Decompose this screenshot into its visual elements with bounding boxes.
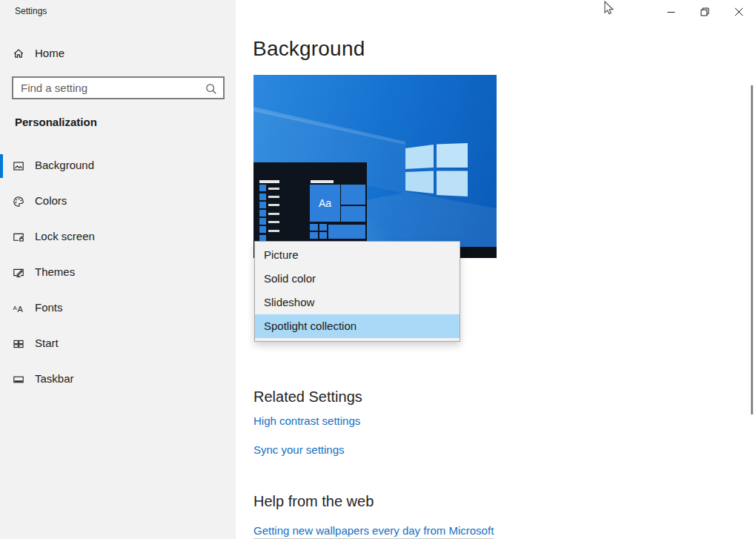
taskbar-icon (13, 374, 24, 386)
related-settings-heading: Related Settings (253, 388, 362, 406)
svg-text:A: A (18, 305, 24, 314)
sidebar-section-label: Personalization (15, 116, 97, 128)
aa-tile: Aa (310, 185, 340, 222)
search-input[interactable] (13, 78, 223, 98)
search-icon (205, 82, 218, 96)
picture-icon (13, 160, 24, 172)
hamburger-bar (259, 180, 279, 183)
background-preview: Aa (253, 75, 497, 258)
sidebar-item-label: Fonts (35, 301, 63, 314)
minimize-button[interactable] (654, 0, 688, 24)
sidebar-item-label: Themes (35, 265, 75, 278)
sidebar-item-themes[interactable]: Themes (0, 255, 236, 291)
sidebar-item-label: Colors (35, 194, 67, 207)
app-title: Settings (15, 6, 47, 16)
sidebar-item-colors[interactable]: Colors (0, 184, 236, 219)
sidebar-item-background[interactable]: Background (0, 148, 236, 184)
sidebar-nav: Background Colors (0, 148, 236, 397)
themes-icon (13, 267, 24, 279)
high-contrast-settings-link[interactable]: High contrast settings (253, 414, 360, 427)
vertical-scrollbar[interactable] (751, 85, 753, 414)
home-icon (13, 47, 24, 59)
sidebar-item-label: Background (35, 159, 94, 171)
sidebar-item-label: Taskbar (35, 372, 74, 385)
fonts-icon: A A (13, 302, 24, 314)
sync-your-settings-link[interactable]: Sync your settings (253, 443, 345, 456)
background-type-dropdown: Picture Solid color Slideshow Spotlight … (254, 241, 460, 342)
restore-button[interactable] (688, 0, 722, 24)
window-controls (654, 0, 756, 24)
sidebar: Settings Home Personalization (0, 0, 236, 539)
lock-screen-icon (13, 231, 24, 243)
mouse-cursor (604, 1, 619, 17)
help-from-web-heading: Help from the web (253, 493, 374, 510)
palette-icon (13, 196, 24, 208)
sidebar-item-home[interactable]: Home (0, 42, 236, 67)
sidebar-item-taskbar[interactable]: Taskbar (0, 362, 236, 397)
close-button[interactable] (722, 0, 756, 24)
dropdown-option-slideshow[interactable]: Slideshow (255, 291, 460, 314)
dropdown-option-solid-color[interactable]: Solid color (255, 267, 460, 291)
sidebar-item-start[interactable]: Start (0, 326, 236, 362)
start-icon (13, 338, 24, 350)
selected-accent-bar (0, 154, 3, 178)
tiles-header-bar (311, 180, 334, 183)
dropdown-option-picture[interactable]: Picture (255, 243, 460, 267)
sidebar-item-lock-screen[interactable]: Lock screen (0, 219, 236, 255)
windows-logo (405, 143, 468, 197)
getting-new-wallpapers-link[interactable]: Getting new wallpapers every day from Mi… (253, 524, 494, 539)
page-title: Background (253, 37, 365, 61)
settings-window: Settings Home Personalization (0, 0, 756, 539)
search-box (12, 76, 225, 99)
dropdown-option-spotlight-collection[interactable]: Spotlight collection (255, 314, 460, 338)
sidebar-item-label: Lock screen (35, 230, 95, 242)
sidebar-item-label: Home (35, 47, 64, 59)
sidebar-item-label: Start (35, 337, 59, 349)
sidebar-item-fonts[interactable]: A A Fonts (0, 291, 236, 326)
